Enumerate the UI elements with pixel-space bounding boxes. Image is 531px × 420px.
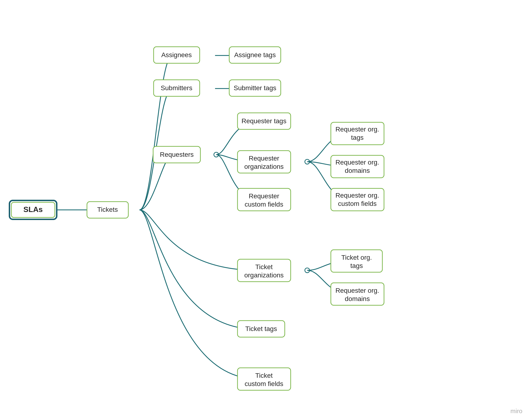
- req-org-domains-label2: domains: [345, 167, 370, 174]
- assignees-label: Assignees: [161, 51, 192, 59]
- ticket-orgs-label: Ticket: [255, 263, 273, 270]
- req-org-custom-label: Requester org.: [335, 192, 379, 199]
- requester-orgs-label2: organizations: [244, 163, 284, 170]
- requester-orgs-label: Requester: [249, 155, 279, 162]
- requester-tags-label: Requester tags: [241, 117, 286, 125]
- ticket-custom-label: Ticket: [255, 372, 273, 379]
- miro-watermark: miro: [510, 407, 522, 415]
- ticket-org-tags-label: Ticket org.: [341, 254, 372, 261]
- assignee-tags-label: Assignee tags: [234, 51, 276, 59]
- req-org-domains2-label: Requester org.: [335, 287, 379, 294]
- requester-custom-label2: custom fields: [245, 201, 283, 208]
- req-org-custom-label2: custom fields: [338, 200, 376, 207]
- requester-custom-label: Requester: [249, 192, 279, 200]
- ticket-tags-label: Ticket tags: [245, 325, 277, 332]
- ticket-orgs-label2: organizations: [244, 271, 284, 279]
- ticket-org-tags-label2: tags: [351, 262, 363, 269]
- ticket-custom-label2: custom fields: [245, 380, 283, 388]
- req-org-domains-label: Requester org.: [335, 159, 379, 166]
- requesters-label: Requesters: [160, 151, 193, 158]
- submitter-tags-label: Submitter tags: [234, 84, 276, 92]
- req-org-tags-label: Requester org.: [335, 126, 379, 133]
- submitters-label: Submitters: [161, 84, 192, 92]
- req-org-tags-label2: tags: [351, 134, 364, 141]
- tickets-label: Tickets: [97, 206, 118, 213]
- req-org-domains2-label2: domains: [345, 295, 370, 302]
- sla-label: SLAs: [23, 205, 43, 214]
